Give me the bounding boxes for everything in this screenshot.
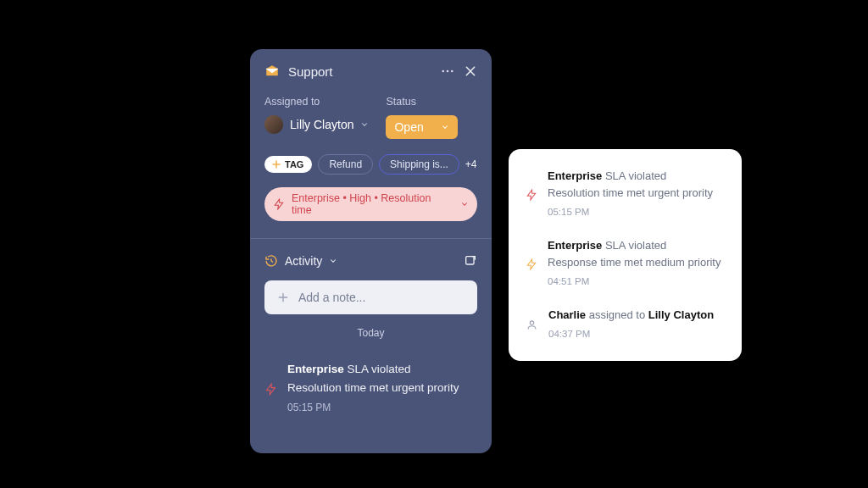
svg-point-2	[451, 70, 453, 73]
popover-title-bold: Enterprise	[548, 169, 602, 182]
support-panel: Support Assigned to Lilly Clayton Status…	[250, 49, 492, 453]
tag-chip[interactable]: Shipping is...	[379, 154, 459, 175]
popover-subtitle: Resolution time met urgent prority	[548, 185, 713, 202]
svg-point-4	[530, 321, 533, 324]
popover-time: 04:37 PM	[548, 327, 714, 342]
chevron-down-icon[interactable]	[329, 257, 337, 265]
add-tag-button[interactable]: TAG	[264, 156, 312, 173]
more-tags[interactable]: +4	[465, 158, 477, 170]
svg-point-1	[447, 70, 449, 73]
bolt-icon	[526, 169, 537, 220]
note-input[interactable]	[264, 280, 477, 314]
popover-middle: assigned to	[586, 308, 648, 321]
activity-time: 05:15 PM	[287, 400, 459, 416]
activity-item: Enterprise SLA violated Resolution time …	[264, 360, 477, 416]
chevron-down-icon	[360, 120, 369, 129]
sla-summary-bar[interactable]: Enterprise • High • Resolution time	[264, 187, 477, 221]
popover-item: Enterprise SLA violated Resolution time …	[526, 168, 735, 220]
activity-header: Activity	[264, 254, 477, 268]
activity-title: Activity	[285, 254, 322, 268]
person-icon	[526, 308, 538, 342]
status-label: Status	[386, 96, 458, 108]
popover-target: Lilly Clayton	[648, 308, 714, 321]
expand-icon[interactable]	[464, 254, 477, 268]
panel-header: Support	[264, 64, 477, 79]
popover-time: 04:51 PM	[548, 274, 721, 290]
popover-text: Charlie assigned to Lilly Clayton 04:37 …	[548, 307, 714, 342]
popover-text: Enterprise SLA violated Response time me…	[548, 237, 721, 290]
activity-popover: Enterprise SLA violated Resolution time …	[509, 149, 742, 361]
today-label: Today	[264, 327, 477, 339]
bolt-icon	[526, 238, 537, 290]
close-icon[interactable]	[464, 64, 477, 78]
more-icon[interactable]	[440, 64, 455, 79]
status-field: Status Open	[386, 96, 458, 139]
popover-time: 05:15 PM	[548, 205, 713, 220]
plus-icon	[276, 291, 290, 304]
bolt-icon	[273, 198, 285, 210]
popover-title-bold: Enterprise	[548, 239, 602, 252]
assigned-field: Assigned to Lilly Clayton	[264, 96, 369, 139]
activity-text: Enterprise SLA violated Resolution time …	[287, 360, 459, 416]
divider	[250, 238, 492, 239]
assignee-name: Lilly Clayton	[290, 118, 353, 131]
popover-title-rest: SLA violated	[602, 239, 666, 252]
activity-title-rest: SLA violated	[344, 363, 411, 375]
activity-subtitle: Resolution time met urgent prority	[287, 379, 459, 397]
popover-actor: Charlie	[548, 308, 586, 321]
avatar	[264, 115, 283, 134]
popover-title-rest: SLA violated	[602, 169, 666, 182]
status-dropdown[interactable]: Open	[386, 115, 458, 139]
fields-row: Assigned to Lilly Clayton Status Open	[264, 96, 477, 139]
sla-text: Enterprise • High • Resolution time	[292, 192, 453, 216]
svg-rect-3	[466, 257, 474, 264]
popover-text: Enterprise SLA violated Resolution time …	[548, 168, 713, 220]
panel-title: Support	[288, 64, 431, 79]
bolt-icon	[264, 362, 277, 416]
tags-row: TAG Refund Shipping is... +4	[264, 154, 477, 175]
popover-item: Charlie assigned to Lilly Clayton 04:37 …	[526, 307, 735, 342]
status-value: Open	[394, 120, 423, 134]
note-text-field[interactable]	[298, 291, 465, 304]
assigned-label: Assigned to	[264, 96, 369, 108]
svg-point-0	[442, 70, 444, 73]
tag-chip[interactable]: Refund	[318, 154, 373, 175]
popover-item: Enterprise SLA violated Response time me…	[526, 237, 735, 290]
popover-subtitle: Response time met medium priority	[548, 254, 721, 271]
tag-button-label: TAG	[285, 159, 303, 169]
assignee-selector[interactable]: Lilly Clayton	[264, 115, 369, 134]
activity-title-bold: Enterprise	[287, 363, 344, 375]
history-icon	[264, 254, 278, 268]
inbox-icon	[264, 64, 280, 79]
chevron-down-icon	[460, 200, 469, 208]
